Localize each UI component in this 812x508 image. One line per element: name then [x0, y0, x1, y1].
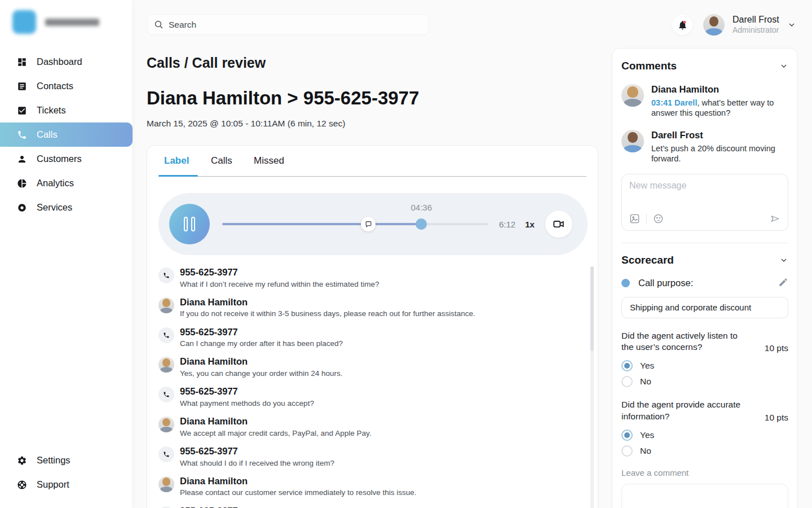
- image-attach-icon[interactable]: [629, 213, 640, 224]
- message-toolbar: [629, 213, 780, 224]
- playback-speed-button[interactable]: 1x: [525, 220, 535, 229]
- sidebar-item-label: Contacts: [37, 81, 73, 91]
- user-menu[interactable]: Darell Frost Administrator: [703, 14, 796, 36]
- phone-avatar: [158, 387, 174, 402]
- comments-title: Comments: [621, 60, 677, 72]
- scorecard-question: Did the agent provide accurate informati…: [621, 399, 788, 423]
- sidebar-item-calls[interactable]: Calls: [0, 122, 133, 147]
- diana-avatar: [158, 357, 174, 373]
- call-purpose-row: Call purpose:: [621, 277, 788, 290]
- radio-option-yes[interactable]: Yes: [621, 430, 788, 441]
- diana-avatar: [158, 297, 174, 313]
- send-icon[interactable]: [770, 213, 780, 224]
- radio-option-yes[interactable]: Yes: [621, 360, 788, 371]
- comments-header: Comments: [621, 60, 788, 72]
- sidebar-item-label: Support: [37, 479, 69, 490]
- transcript-row[interactable]: 955-625-3977 Can I change my order after…: [158, 326, 590, 349]
- phone-avatar: [158, 506, 174, 508]
- search-input[interactable]: [169, 20, 422, 30]
- notification-bell-button[interactable]: [672, 15, 692, 35]
- comment-item: Darell Frost Let’s push a 20% discount m…: [621, 130, 788, 164]
- new-message-input[interactable]: [629, 181, 780, 203]
- timestamp-mention-link[interactable]: 03:41 Darell: [651, 98, 697, 107]
- edit-purpose-button[interactable]: [778, 277, 788, 290]
- sidebar-item-label: Customers: [37, 154, 82, 164]
- scrollbar-thumb[interactable]: [590, 266, 594, 351]
- radio-option-no[interactable]: No: [621, 445, 788, 457]
- transcript-scrollbar[interactable]: [590, 266, 594, 508]
- transcript-row[interactable]: Diana Hamilton If you do not receive it …: [158, 296, 590, 319]
- transcript-row[interactable]: 955-625-3977 What if I don’t receive my …: [158, 266, 590, 289]
- emoji-icon[interactable]: [653, 213, 664, 224]
- sidebar-item-label: Dashboard: [37, 56, 82, 67]
- transcript: 955-625-3977 What if I don’t receive my …: [147, 266, 590, 508]
- chevron-down-icon: [787, 20, 796, 29]
- diana-avatar: [158, 476, 174, 492]
- transcript-row[interactable]: Diana Hamilton We accept all major credi…: [158, 415, 590, 438]
- tab-missed[interactable]: Missed: [254, 155, 284, 167]
- utterance-text: Can I change my order after it has been …: [180, 339, 343, 348]
- donut-icon: [17, 203, 27, 213]
- phone-icon: [163, 332, 170, 339]
- comment-marker[interactable]: [361, 217, 376, 231]
- panel-divider: [621, 243, 788, 243]
- transcript-row[interactable]: 955-625-3977 Is there a warranty on the …: [158, 505, 590, 508]
- sidebar-item-tickets[interactable]: Tickets: [0, 98, 133, 122]
- utterance-text: What should I do if I received the wrong…: [180, 459, 334, 468]
- new-message-box: [621, 174, 788, 231]
- active-tab-underline: [158, 175, 198, 177]
- speaker-name: 955-625-3977: [180, 386, 314, 397]
- comment-item: Diana Hamilton 03:41 Darell, what’s bett…: [621, 84, 788, 118]
- leave-comment-textarea[interactable]: [621, 484, 788, 508]
- sidebar-footer: Settings Support: [0, 448, 133, 497]
- call-review-card: Label Calls Missed 04:36 6:12 1x 955-625…: [147, 145, 598, 508]
- radio-yes-selected[interactable]: [621, 360, 633, 371]
- sidebar-item-settings[interactable]: Settings: [0, 448, 133, 472]
- transcript-row[interactable]: Diana Hamilton Please contact our custom…: [158, 475, 590, 498]
- transcript-row[interactable]: 955-625-3977 What should I do if I recei…: [158, 445, 590, 468]
- sidebar-item-support[interactable]: Support: [0, 472, 133, 497]
- tab-calls[interactable]: Calls: [211, 155, 232, 167]
- dashboard-icon: [17, 57, 27, 67]
- radio-yes-selected[interactable]: [621, 430, 633, 441]
- pause-button[interactable]: [169, 204, 210, 244]
- playhead-handle[interactable]: [416, 218, 427, 230]
- video-button[interactable]: [545, 211, 572, 238]
- sidebar-item-dashboard[interactable]: Dashboard: [0, 50, 133, 74]
- radio-label: No: [640, 446, 651, 456]
- call-datetime: March 15, 2025 @ 10:05 - 10:11AM (6 min,…: [147, 119, 345, 129]
- utterance-text: If you do not receive it within 3-5 busi…: [180, 309, 475, 318]
- speaker-name: 955-625-3977: [180, 266, 379, 278]
- speech-bubble-icon: [365, 221, 372, 228]
- speaker-name: Diana Hamilton: [180, 356, 342, 367]
- tab-label[interactable]: Label: [164, 155, 189, 167]
- seek-bar[interactable]: 04:36: [222, 223, 488, 225]
- radio-label: No: [640, 376, 651, 387]
- chevron-down-icon[interactable]: [779, 256, 788, 265]
- sidebar-item-analytics[interactable]: Analytics: [0, 171, 133, 195]
- company-logo: [12, 10, 99, 34]
- radio-no[interactable]: [621, 445, 633, 457]
- phone-avatar: [158, 268, 174, 283]
- call-purpose-label: Call purpose:: [638, 278, 693, 288]
- sidebar-item-contacts[interactable]: Contacts: [0, 74, 133, 98]
- seek-bar-fill: [222, 223, 421, 225]
- question-text: Did the agent provide accurate informati…: [621, 399, 744, 423]
- question-points: 10 pts: [765, 413, 788, 423]
- page-title: Diana Hamilton > 955-625-3977: [147, 87, 419, 109]
- call-purpose-input[interactable]: [621, 297, 788, 318]
- scorecard-title: Scorecard: [621, 254, 674, 266]
- radio-no[interactable]: [621, 376, 633, 387]
- radio-option-no[interactable]: No: [621, 376, 788, 387]
- sidebar-item-customers[interactable]: Customers: [0, 147, 133, 171]
- utterance-text: What if I don’t receive my refund within…: [180, 280, 379, 289]
- transcript-row[interactable]: Diana Hamilton Yes, you can change your …: [158, 356, 590, 378]
- contacts-icon: [17, 81, 27, 91]
- sidebar-nav: Dashboard Contacts Tickets Calls Custome…: [0, 50, 133, 220]
- phone-icon: [163, 451, 170, 458]
- transcript-row[interactable]: 955-625-3977 What payment methods do you…: [158, 386, 590, 408]
- chevron-down-icon[interactable]: [779, 62, 788, 71]
- scorecard-question: Did the agent actively listen to the use…: [621, 330, 788, 354]
- search-icon: [154, 20, 164, 29]
- sidebar-item-services[interactable]: Services: [0, 195, 133, 220]
